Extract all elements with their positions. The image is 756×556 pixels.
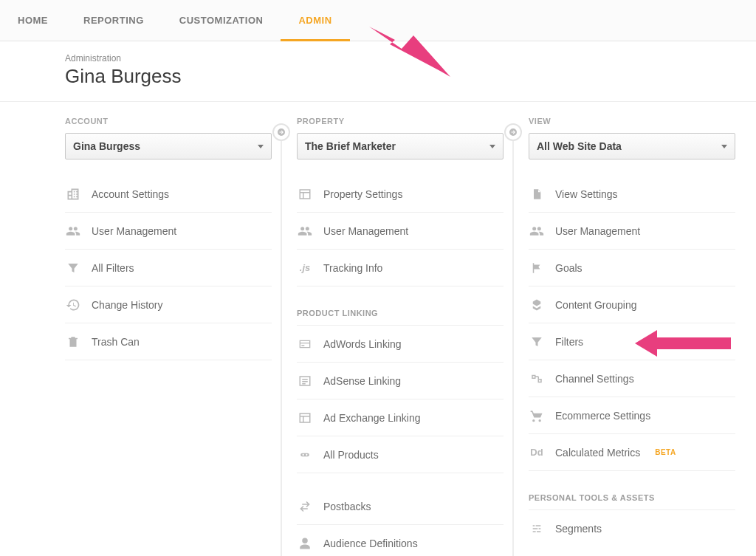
personal-tools-header: PERSONAL TOOLS & ASSETS <box>529 471 735 510</box>
view-label: VIEW <box>529 117 735 126</box>
view-goals[interactable]: Goals <box>529 250 735 286</box>
flag-icon <box>529 261 545 275</box>
product-linking-header: PRODUCT LINKING <box>297 286 504 326</box>
nav-customization[interactable]: CUSTOMIZATION <box>162 0 281 41</box>
view-user-management[interactable]: User Management <box>529 213 735 250</box>
funnel-icon <box>65 261 81 275</box>
postbacks[interactable]: Postbacks <box>297 488 504 525</box>
adsense-linking[interactable]: AdSense Linking <box>297 363 504 399</box>
audience-definitions[interactable]: Audience Definitions <box>297 525 504 556</box>
property-label: PROPERTY <box>297 117 504 126</box>
adsense-linking-label: AdSense Linking <box>323 375 401 387</box>
users-icon <box>297 224 313 238</box>
property-selector[interactable]: The Brief Marketer <box>297 133 504 159</box>
account-selector[interactable]: Gina Burgess <box>65 133 272 159</box>
view-filters-label: Filters <box>555 336 583 348</box>
page-icon <box>529 187 545 202</box>
adwords-linking-label: AdWords Linking <box>323 338 402 350</box>
property-user-management-label: User Management <box>323 225 408 237</box>
postbacks-label: Postbacks <box>323 501 371 512</box>
view-selector[interactable]: All Web Site Data <box>529 133 735 159</box>
view-column: VIEW All Web Site Data View Settings Use… <box>529 117 735 556</box>
admin-columns: ACCOUNT Gina Burgess Account Settings Us… <box>0 102 756 556</box>
account-user-management-label: User Management <box>92 225 176 237</box>
audience-definitions-label: Audience Definitions <box>323 538 418 549</box>
account-label: ACCOUNT <box>65 117 272 126</box>
property-settings[interactable]: Property Settings <box>297 176 504 213</box>
view-calculated-metrics[interactable]: Dd Calculated Metrics BETA <box>529 434 735 471</box>
view-content-grouping[interactable]: Content Grouping <box>529 286 735 323</box>
account-column: ACCOUNT Gina Burgess Account Settings Us… <box>65 117 272 556</box>
account-user-management[interactable]: User Management <box>65 213 272 250</box>
view-calculated-metrics-label: Calculated Metrics <box>555 447 640 459</box>
layout-icon <box>297 188 313 201</box>
person-icon <box>297 536 313 551</box>
account-all-filters-label: All Filters <box>92 262 134 274</box>
connector-icon <box>272 123 290 141</box>
top-nav: HOME REPORTING CUSTOMIZATION ADMIN <box>0 0 756 41</box>
svg-rect-0 <box>300 453 309 456</box>
all-products[interactable]: All Products <box>297 436 504 473</box>
users-icon <box>529 224 545 238</box>
page-title: Gina Burgess <box>65 65 756 88</box>
property-column: PROPERTY The Brief Marketer Property Set… <box>297 117 504 556</box>
ad-exchange-linking-label: Ad Exchange Linking <box>323 412 421 424</box>
page-header: Administration Gina Burgess <box>0 41 756 102</box>
view-channel-settings[interactable]: Channel Settings <box>529 360 735 397</box>
layout-icon <box>297 411 313 425</box>
svg-point-1 <box>303 453 304 455</box>
all-products-label: All Products <box>323 449 379 461</box>
chevron-down-icon <box>721 145 727 148</box>
list-icon <box>297 374 313 388</box>
view-filters[interactable]: Filters <box>529 323 735 360</box>
link-icon <box>297 450 313 460</box>
view-goals-label: Goals <box>555 262 583 274</box>
view-segments-label: Segments <box>555 523 602 535</box>
view-ecommerce-settings[interactable]: Ecommerce Settings <box>529 397 735 434</box>
chevron-down-icon <box>258 145 264 148</box>
building-icon <box>65 187 81 202</box>
connector-icon <box>504 123 522 141</box>
beta-badge: BETA <box>655 448 676 456</box>
js-icon: .js <box>297 262 313 273</box>
view-selected: All Web Site Data <box>537 140 622 152</box>
view-ecommerce-settings-label: Ecommerce Settings <box>555 410 650 422</box>
view-channel-settings-label: Channel Settings <box>555 373 634 385</box>
view-settings[interactable]: View Settings <box>529 176 735 213</box>
account-settings[interactable]: Account Settings <box>65 176 272 213</box>
nav-admin[interactable]: ADMIN <box>281 0 349 41</box>
view-user-management-label: User Management <box>555 225 640 237</box>
property-selected: The Brief Marketer <box>305 140 396 152</box>
dd-icon: Dd <box>529 447 545 458</box>
cart-icon <box>529 408 545 423</box>
segments-icon <box>529 523 545 535</box>
property-user-management[interactable]: User Management <box>297 213 504 250</box>
trash-icon <box>65 334 81 349</box>
flow-icon <box>529 372 545 385</box>
account-settings-label: Account Settings <box>92 188 169 200</box>
ad-exchange-linking[interactable]: Ad Exchange Linking <box>297 399 504 436</box>
account-selected: Gina Burgess <box>73 140 140 152</box>
history-icon <box>65 298 81 312</box>
card-icon <box>297 338 313 350</box>
account-trash-label: Trash Can <box>92 336 140 348</box>
svg-point-2 <box>306 453 307 455</box>
view-settings-label: View Settings <box>555 188 618 200</box>
view-segments[interactable]: Segments <box>529 510 735 547</box>
view-content-grouping-label: Content Grouping <box>555 299 637 311</box>
account-all-filters[interactable]: All Filters <box>65 250 272 286</box>
property-tracking-info[interactable]: .js Tracking Info <box>297 250 504 286</box>
breadcrumb: Administration <box>65 53 756 64</box>
swap-icon <box>297 500 313 513</box>
chevron-down-icon <box>489 145 495 148</box>
account-trash[interactable]: Trash Can <box>65 323 272 360</box>
group-icon <box>529 298 545 312</box>
property-tracking-info-label: Tracking Info <box>323 262 382 274</box>
adwords-linking[interactable]: AdWords Linking <box>297 326 504 363</box>
account-change-history-label: Change History <box>92 299 163 311</box>
account-change-history[interactable]: Change History <box>65 286 272 323</box>
property-settings-label: Property Settings <box>323 188 402 200</box>
funnel-icon <box>529 335 545 349</box>
nav-reporting[interactable]: REPORTING <box>66 0 162 41</box>
nav-home[interactable]: HOME <box>15 0 66 41</box>
